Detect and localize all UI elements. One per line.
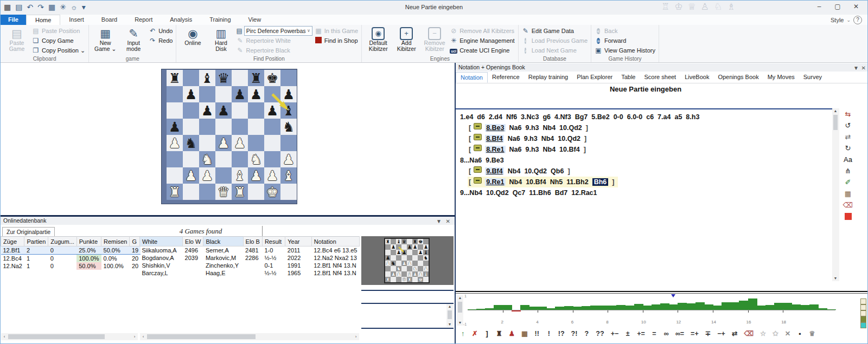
move-token[interactable]: Bg7	[575, 113, 588, 121]
move-token[interactable]: 9.Bf4	[485, 167, 504, 175]
tab-notation[interactable]: Notation	[456, 72, 488, 83]
tab-home[interactable]: Home	[26, 15, 60, 25]
red-square-icon[interactable]	[845, 213, 852, 220]
symbol-double-question[interactable]: ??	[596, 330, 604, 337]
symbol-exclam[interactable]: !	[546, 330, 552, 337]
tab-analysis[interactable]: Analysis	[161, 15, 201, 25]
collapse-panel-icon[interactable]: ▼	[436, 217, 442, 225]
tab-openings-book[interactable]: Openings Book	[713, 72, 763, 83]
symbol-up-arrow[interactable]: ↑	[460, 330, 465, 337]
move-token[interactable]: Nh5	[550, 178, 563, 186]
move-token[interactable]: Qc7	[513, 189, 526, 197]
symbol-question-exclam[interactable]: ?!	[571, 330, 578, 337]
subpane-vertical-scrollbar[interactable]: ▲▼	[446, 304, 453, 327]
move-token[interactable]: Na6	[508, 135, 520, 142]
game-row[interactable]: Bogdanov,A2039Markovic,M2286½-½202212.Na…	[140, 254, 360, 262]
board-square[interactable]	[264, 151, 280, 167]
copy-game-button[interactable]: ❏Copy Game	[32, 36, 85, 46]
board-square[interactable]	[215, 119, 232, 135]
forward-button[interactable]: »Forward	[595, 36, 655, 46]
minimize-button[interactable]: –	[810, 1, 828, 12]
move-token[interactable]: 9.h3	[525, 146, 539, 153]
style-chevron-icon[interactable]: ⌄	[846, 17, 851, 23]
hard-disk-button[interactable]: ▥Hard Disk	[208, 26, 234, 52]
tab-plan-explorer[interactable]: Plan Explorer	[572, 72, 617, 83]
book-badge-icon[interactable]	[474, 134, 482, 140]
move-token[interactable]: g6	[542, 113, 551, 121]
redo-button[interactable]: ↷Redo	[149, 36, 173, 46]
move-token[interactable]: 7.a4	[658, 113, 671, 121]
symbol-double-exclam[interactable]: !!	[534, 330, 540, 337]
tab-livebook[interactable]: LiveBook	[680, 72, 713, 83]
board-square[interactable]	[248, 102, 264, 119]
board-square[interactable]	[167, 151, 183, 167]
board-square[interactable]	[183, 102, 199, 119]
column-header-year[interactable]: Year	[285, 237, 312, 246]
symbol-black-slightly-better[interactable]: =+	[691, 330, 699, 337]
input-mode-button[interactable]: ✎Input mode	[120, 26, 146, 52]
move-token[interactable]: 10.Bf4	[526, 178, 546, 186]
symbol-equal[interactable]: =	[652, 330, 657, 337]
board-square[interactable]	[232, 119, 248, 135]
move-token[interactable]: Nb4	[542, 124, 556, 132]
variation-arrows-icon[interactable]: ⇆	[845, 111, 851, 118]
powerbase-select[interactable]: ▤Pirc Defence Powerbas∨	[236, 26, 312, 36]
board-square[interactable]	[199, 135, 215, 151]
move-token[interactable]: a5	[674, 113, 682, 121]
symbol-white-winning[interactable]: +−	[611, 330, 619, 337]
find-in-shop-button[interactable]: Find in Shop	[315, 36, 358, 46]
board-square[interactable]	[167, 167, 183, 184]
rotate-icon[interactable]: ↻	[845, 145, 851, 152]
close-panel-icon[interactable]: ✕	[861, 64, 866, 72]
board-square[interactable]	[215, 151, 232, 167]
move-token[interactable]: Na6	[509, 146, 522, 153]
move-token[interactable]: Nb4	[542, 146, 556, 153]
game-row[interactable]: Siikaluoma,A2496Serner,A24811-0201112.Bc…	[140, 246, 360, 255]
board-square[interactable]	[248, 135, 264, 151]
add-kibitzer-button[interactable]: +Add Kibitzer	[393, 26, 419, 52]
stats-horizontal-scrollbar[interactable]: ‹›	[1, 333, 138, 340]
board-square[interactable]	[280, 135, 297, 151]
pen-icon[interactable]: ✐	[845, 179, 851, 186]
column-header-punkte[interactable]: Punkte	[76, 237, 101, 246]
close-button[interactable]: ✕	[847, 1, 865, 12]
move-token[interactable]: 10.Qd2	[486, 189, 509, 197]
move-token[interactable]: 11.Bh6	[529, 189, 551, 197]
move-token[interactable]: 2.d4	[489, 113, 502, 121]
tab-report[interactable]: Report	[126, 15, 161, 25]
board-square[interactable]	[264, 86, 280, 102]
move-token[interactable]: 3.Nc3	[521, 113, 539, 121]
tab-reference[interactable]: Reference	[488, 72, 524, 83]
move-token[interactable]: d6	[477, 113, 485, 121]
board-square[interactable]	[280, 184, 297, 200]
move-token[interactable]: 8.h3	[686, 113, 699, 121]
board-square[interactable]	[183, 184, 199, 200]
board-square[interactable]	[199, 119, 215, 135]
view-game-history-button[interactable]: ▣View Game History	[595, 46, 655, 55]
move-token[interactable]: 10.Qd2	[558, 135, 580, 142]
move-token[interactable]: 6.0-0	[627, 113, 643, 121]
column-header-remisen[interactable]: Remisen	[101, 237, 130, 246]
close-panel-icon[interactable]: ✕	[446, 217, 450, 225]
column-header-notation[interactable]: Notation	[311, 237, 359, 246]
move-token[interactable]: Nb4	[509, 178, 522, 186]
board-square[interactable]	[248, 184, 264, 200]
notation-moves-area[interactable]: 1.e4d62.d4Nf63.Nc3g64.Nf3Bg75.Be20-06.0-…	[456, 108, 832, 281]
tab-replay-training[interactable]: Replay training	[524, 72, 572, 83]
swirl-icon[interactable]: ↺	[845, 122, 851, 129]
board-square[interactable]	[199, 184, 215, 200]
evaluation-chart-pane[interactable]: ▲▼ 1 -1 24681012141618	[456, 294, 868, 327]
board-square[interactable]	[248, 119, 264, 135]
column-header-elo-w[interactable]: Elo W	[183, 237, 203, 246]
book-badge-icon[interactable]	[474, 177, 482, 184]
stats-row[interactable]: 12.Na21050.0%100.0%20	[1, 262, 141, 270]
column-header-z-ge[interactable]: Züge	[1, 237, 24, 246]
tab-table[interactable]: Table	[617, 72, 640, 83]
symbol-small-square[interactable]: ▪	[797, 330, 802, 337]
symbol-compensation[interactable]: ∞=	[675, 330, 684, 337]
collapse-panel-icon[interactable]: ▼	[853, 64, 859, 72]
tab-file[interactable]: File	[1, 15, 26, 25]
symbol-counterplay[interactable]: ⇄	[732, 329, 737, 337]
move-token[interactable]: 8...Na6	[460, 157, 482, 164]
board-square[interactable]	[215, 86, 232, 102]
